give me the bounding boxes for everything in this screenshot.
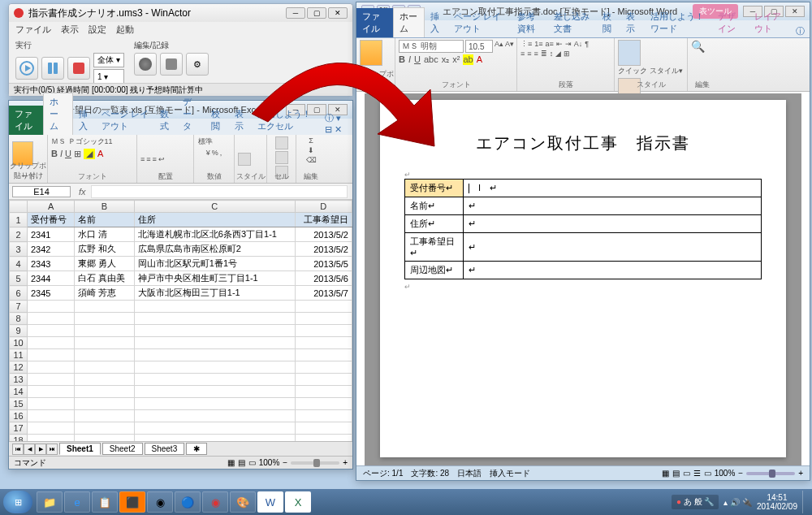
align-icon[interactable]: ≡ [146, 155, 150, 163]
field-label[interactable]: 工事希望日↵ [405, 233, 464, 262]
fontcolor-button[interactable]: A [97, 149, 103, 159]
loop-combo[interactable]: 1 ▾ [93, 69, 124, 84]
tab-insert[interactable]: 挿入 [425, 8, 448, 37]
cell[interactable]: 名前 [75, 213, 135, 227]
cell[interactable]: 2343 [28, 257, 75, 271]
tab-view[interactable]: 表示 [620, 8, 644, 37]
italic-button[interactable]: I [60, 149, 63, 159]
tab-view[interactable]: 表示 [229, 106, 252, 135]
line-spacing-icon[interactable]: ↕ [550, 50, 554, 58]
field-value[interactable]: ↵ [464, 262, 762, 279]
align-left-icon[interactable]: ≡ [520, 50, 525, 58]
status-page[interactable]: ページ: 1/1 [363, 468, 403, 479]
cell[interactable]: 2013/5/2 [295, 227, 352, 242]
view-layout-icon[interactable]: ▤ [238, 458, 245, 467]
taskbar-excel[interactable]: X [285, 491, 311, 513]
speed-combo[interactable]: 全体 ▾ [93, 53, 124, 67]
bold-button[interactable]: B [51, 149, 58, 159]
find-icon[interactable]: 🔍 [691, 40, 705, 53]
ribbon-help[interactable]: ⓘ ▾ ⊟ ✕ [320, 112, 352, 135]
row-header[interactable]: 1 [10, 213, 28, 227]
sheet-tab[interactable]: Sheet1 [59, 443, 101, 455]
comma-icon[interactable]: , [220, 149, 222, 157]
row-header[interactable]: 7 [10, 301, 28, 313]
status-lang[interactable]: 日本語 [457, 468, 482, 479]
tab-references[interactable]: 参考資料 [512, 8, 548, 37]
sup-button[interactable]: x² [452, 54, 460, 65]
rec-stop-button[interactable] [160, 53, 183, 76]
cell[interactable]: 工事希望日 [295, 213, 352, 227]
cell[interactable]: 白石 真由美 [75, 271, 135, 286]
indent-dec-icon[interactable]: ⇤ [556, 40, 563, 48]
insert-cell-icon[interactable] [275, 136, 288, 149]
col-D[interactable]: D [295, 201, 352, 213]
sheet-nav-last[interactable]: ⏭ [46, 444, 58, 455]
row-header[interactable]: 9 [10, 325, 28, 337]
menu-file[interactable]: ファイル [15, 24, 51, 36]
cell[interactable]: 水口 清 [75, 227, 135, 242]
view-draft-icon[interactable]: ▭ [704, 469, 711, 478]
cell[interactable]: 広野 和久 [75, 242, 135, 257]
underline-button[interactable]: U [65, 149, 71, 159]
field-value[interactable]: ↵ [464, 215, 762, 233]
row-header[interactable]: 4 [10, 257, 28, 271]
shading-icon[interactable]: ◢ [555, 50, 561, 58]
row-header[interactable]: 3 [10, 242, 28, 257]
wrap-icon[interactable]: ↩ [158, 155, 165, 163]
tab-data[interactable]: データ [177, 93, 205, 135]
field-value[interactable]: ↵ [464, 233, 762, 262]
cell[interactable]: 神戸市中央区相生町三丁目1-1 [134, 271, 295, 286]
row-header[interactable]: 14 [10, 386, 28, 398]
taskbar-app[interactable]: 🔵 [175, 491, 201, 513]
cell[interactable]: 2345 [28, 286, 75, 301]
cell[interactable]: 2013/5/7 [295, 286, 352, 301]
tab-layout[interactable]: ページ レイアウト [448, 8, 512, 37]
autosum-icon[interactable]: Σ [309, 136, 313, 145]
row-header[interactable]: 17 [10, 422, 28, 435]
field-label[interactable]: 受付番号↵ [405, 180, 464, 197]
paste-icon[interactable] [360, 40, 382, 66]
taskbar-paint[interactable]: 🎨 [230, 491, 256, 513]
cell[interactable]: 岡山市北区駅元町1番1号 [134, 257, 295, 271]
tab-home[interactable]: ホーム [393, 7, 425, 37]
tab-addon[interactable]: 活用しよう！ワード [645, 8, 712, 37]
cell[interactable]: 大阪市北区梅田三丁目1-1 [134, 286, 295, 301]
cell[interactable]: 広島県広島市南区松原町2 [134, 242, 295, 257]
view-normal-icon[interactable]: ▦ [227, 458, 235, 467]
record-button[interactable] [134, 53, 157, 76]
numlist-icon[interactable]: 1≡ [534, 40, 542, 48]
sheet-tab[interactable]: Sheet3 [145, 443, 185, 455]
strike-button[interactable]: abc [424, 54, 438, 65]
align-center-icon[interactable]: ≡ [527, 50, 531, 58]
zoom-slider[interactable] [291, 461, 339, 465]
cell[interactable]: 須崎 芳恵 [75, 286, 135, 301]
name-box[interactable]: E14 [12, 186, 71, 197]
select-all[interactable] [10, 201, 28, 213]
tab-file[interactable]: ファイル [9, 106, 43, 135]
cell[interactable]: 受付番号 [28, 213, 75, 227]
zoom-in[interactable]: + [343, 458, 348, 467]
grow-font-icon[interactable]: A▴ [495, 40, 503, 53]
cell[interactable]: 東郷 勇人 [75, 257, 135, 271]
tab-review[interactable]: 校閲 [205, 106, 228, 135]
align-icon[interactable]: ≡ [140, 155, 145, 163]
field-label[interactable]: 周辺地図↵ [405, 262, 464, 279]
zoom-out[interactable]: − [738, 469, 743, 478]
tab-home[interactable]: ホーム [43, 93, 73, 135]
menu-launch[interactable]: 起動 [116, 24, 134, 36]
maximize-button[interactable]: ▢ [307, 7, 326, 19]
tab-review[interactable]: 校閲 [597, 8, 620, 37]
row-header[interactable]: 15 [10, 398, 28, 410]
rec-tool-button[interactable]: ⚙ [186, 53, 209, 76]
start-button[interactable]: ⊞ [3, 491, 32, 513]
taskbar-clock[interactable]: 14:512014/02/09 [757, 493, 797, 511]
cell[interactable]: 北海道札幌市北区北6条西3丁目1-1 [134, 227, 295, 242]
fx-icon[interactable]: fx [74, 187, 91, 197]
taskbar-app[interactable]: ⬛ [119, 491, 145, 513]
sub-button[interactable]: x₂ [442, 54, 450, 65]
row-header[interactable]: 12 [10, 361, 28, 374]
font-size[interactable]: 11 [105, 137, 113, 145]
border-button[interactable]: ⊞ [74, 149, 81, 159]
shrink-font-icon[interactable]: A▾ [505, 40, 514, 53]
cell[interactable]: 2013/5/6 [295, 271, 352, 286]
